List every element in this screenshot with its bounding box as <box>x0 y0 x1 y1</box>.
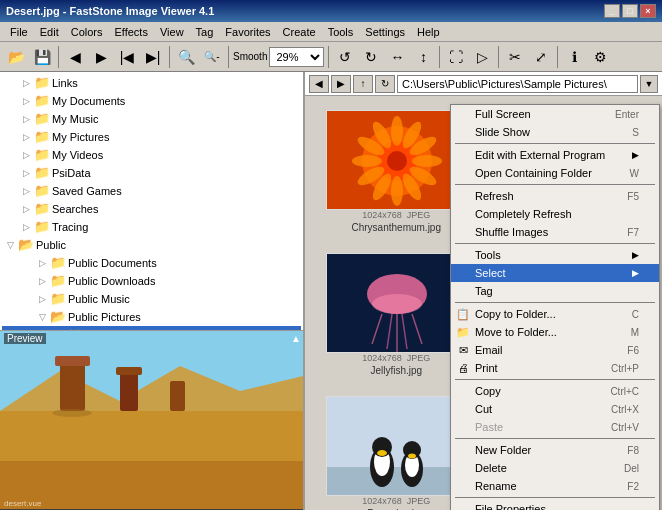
menu-edit[interactable]: Edit <box>34 24 65 40</box>
menu-tag[interactable]: Tag <box>190 24 220 40</box>
tree-item-mypictures[interactable]: ▷ 📁 My Pictures <box>2 128 301 146</box>
ctx-delete[interactable]: Delete Del <box>451 459 659 477</box>
tree-toggle[interactable]: ▷ <box>34 273 50 289</box>
toolbar-separator-2 <box>169 46 170 68</box>
tree-item-publicpictures[interactable]: ▽ 📂 Public Pictures <box>2 308 301 326</box>
prev-button[interactable]: ◀ <box>63 45 87 69</box>
tree-item-publicdocuments[interactable]: ▷ 📁 Public Documents <box>2 254 301 272</box>
back-button[interactable]: ◀ <box>309 75 329 93</box>
tree-item-myvideos[interactable]: ▷ 📁 My Videos <box>2 146 301 164</box>
tree-item-tracing[interactable]: ▷ 📁 Tracing <box>2 218 301 236</box>
tree-toggle[interactable]: ▷ <box>18 93 34 109</box>
path-input[interactable] <box>397 75 638 93</box>
svg-point-8 <box>52 409 92 417</box>
tree-toggle[interactable]: ▷ <box>18 165 34 181</box>
tree-item-links[interactable]: ▷ 📁 Links <box>2 74 301 92</box>
last-button[interactable]: ▶| <box>141 45 165 69</box>
flip-v-button[interactable]: ↕ <box>411 45 435 69</box>
menu-file[interactable]: File <box>4 24 34 40</box>
ctx-copy[interactable]: Copy Ctrl+C <box>451 382 659 400</box>
zoom-out-button[interactable]: 🔍- <box>200 45 224 69</box>
open-button[interactable]: 📂 <box>4 45 28 69</box>
menu-settings[interactable]: Settings <box>359 24 411 40</box>
thumb-size: 1024x768 JPEG <box>362 496 430 506</box>
up-button[interactable]: ↑ <box>353 75 373 93</box>
tree-view[interactable]: ▷ 📁 Links ▷ 📁 My Documents ▷ 📁 My Music … <box>0 72 303 330</box>
thumb-image <box>326 396 466 496</box>
path-dropdown[interactable]: ▼ <box>640 75 658 93</box>
fullscreen-button[interactable]: ⛶ <box>444 45 468 69</box>
info-button[interactable]: ℹ <box>562 45 586 69</box>
ctx-cut[interactable]: Cut Ctrl+X <box>451 400 659 418</box>
ctx-tag[interactable]: Tag <box>451 282 659 300</box>
tree-toggle[interactable]: ▷ <box>18 219 34 235</box>
folder-icon: 📁 <box>34 165 50 181</box>
flip-h-button[interactable]: ↔ <box>385 45 409 69</box>
ctx-shuffle[interactable]: Shuffle Images F7 <box>451 223 659 241</box>
tree-toggle[interactable]: ▷ <box>18 201 34 217</box>
zoom-select[interactable]: 29% 50% 100% <box>269 47 324 67</box>
minimize-button[interactable]: _ <box>604 4 620 18</box>
ctx-file-properties[interactable]: File Properties <box>451 500 659 510</box>
refresh-button[interactable]: ↻ <box>375 75 395 93</box>
ctx-copy-folder[interactable]: 📋 Copy to Folder... C <box>451 305 659 323</box>
ctx-edit-external[interactable]: Edit with External Program ▶ <box>451 146 659 164</box>
tree-toggle[interactable]: ▽ <box>2 237 18 253</box>
tree-toggle[interactable]: ▷ <box>18 147 34 163</box>
close-button[interactable]: × <box>640 4 656 18</box>
window-controls[interactable]: _ □ × <box>604 4 656 18</box>
tree-item-publicmusic[interactable]: ▷ 📁 Public Music <box>2 290 301 308</box>
tree-item-psidata[interactable]: ▷ 📁 PsiData <box>2 164 301 182</box>
tree-toggle[interactable]: ▷ <box>18 111 34 127</box>
tree-toggle[interactable]: ▷ <box>18 75 34 91</box>
ctx-move-folder[interactable]: 📁 Move to Folder... M <box>451 323 659 341</box>
ctx-print[interactable]: 🖨 Print Ctrl+P <box>451 359 659 377</box>
ctx-select[interactable]: Select ▶ <box>451 264 659 282</box>
tree-toggle[interactable]: ▷ <box>34 291 50 307</box>
ctx-tools[interactable]: Tools ▶ <box>451 246 659 264</box>
submenu-arrow: ▶ <box>632 268 639 278</box>
folder-open-icon: 📂 <box>50 309 66 325</box>
ctx-rename[interactable]: Rename F2 <box>451 477 659 495</box>
menu-view[interactable]: View <box>154 24 190 40</box>
menu-effects[interactable]: Effects <box>109 24 154 40</box>
rotate-left-button[interactable]: ↺ <box>333 45 357 69</box>
rotate-right-button[interactable]: ↻ <box>359 45 383 69</box>
first-button[interactable]: |◀ <box>115 45 139 69</box>
tree-item-savedgames[interactable]: ▷ 📁 Saved Games <box>2 182 301 200</box>
zoom-in-button[interactable]: 🔍 <box>174 45 198 69</box>
settings-button[interactable]: ⚙ <box>588 45 612 69</box>
menu-bar: File Edit Colors Effects View Tag Favori… <box>0 22 662 42</box>
next-button[interactable]: ▶ <box>89 45 113 69</box>
menu-tools[interactable]: Tools <box>322 24 360 40</box>
ctx-new-folder[interactable]: New Folder F8 <box>451 441 659 459</box>
ctx-email[interactable]: ✉ Email F6 <box>451 341 659 359</box>
tree-item-searches[interactable]: ▷ 📁 Searches <box>2 200 301 218</box>
ctx-completely-refresh[interactable]: Completely Refresh <box>451 205 659 223</box>
forward-button[interactable]: ▶ <box>331 75 351 93</box>
menu-favorites[interactable]: Favorites <box>219 24 276 40</box>
menu-create[interactable]: Create <box>277 24 322 40</box>
tree-toggle[interactable]: ▷ <box>34 255 50 271</box>
slideshow-button[interactable]: ▷ <box>470 45 494 69</box>
tree-item-publicdownloads[interactable]: ▷ 📁 Public Downloads <box>2 272 301 290</box>
resize-button[interactable]: ⤢ <box>529 45 553 69</box>
crop-button[interactable]: ✂ <box>503 45 527 69</box>
ctx-refresh[interactable]: Refresh F5 <box>451 187 659 205</box>
tree-item-mydocuments[interactable]: ▷ 📁 My Documents <box>2 92 301 110</box>
tree-toggle[interactable]: ▷ <box>18 183 34 199</box>
menu-help[interactable]: Help <box>411 24 446 40</box>
tree-toggle[interactable]: ▽ <box>34 309 50 325</box>
svg-rect-9 <box>0 461 303 509</box>
menu-colors[interactable]: Colors <box>65 24 109 40</box>
ctx-open-folder[interactable]: Open Containing Folder W <box>451 164 659 182</box>
path-nav[interactable]: ◀ ▶ ↑ ↻ <box>309 75 395 93</box>
preview-resize-handle[interactable]: ▲ <box>291 333 301 344</box>
save-button[interactable]: 💾 <box>30 45 54 69</box>
tree-item-public[interactable]: ▽ 📂 Public <box>2 236 301 254</box>
tree-toggle[interactable]: ▷ <box>18 129 34 145</box>
tree-item-mymusic[interactable]: ▷ 📁 My Music <box>2 110 301 128</box>
maximize-button[interactable]: □ <box>622 4 638 18</box>
ctx-slideshow[interactable]: Slide Show S <box>451 123 659 141</box>
ctx-fullscreen[interactable]: Full Screen Enter <box>451 105 659 123</box>
